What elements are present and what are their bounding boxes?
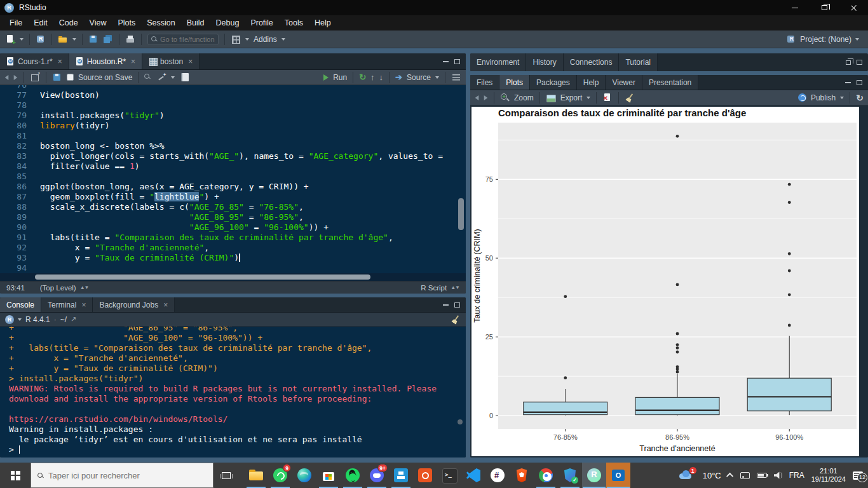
menu-code[interactable]: Code: [53, 15, 84, 30]
restore-pane-icon[interactable]: [846, 60, 851, 65]
menu-session[interactable]: Session: [141, 15, 180, 30]
maximize-pane-icon[interactable]: [857, 60, 862, 65]
weather-icon[interactable]: 1: [678, 467, 696, 484]
notification-center-icon[interactable]: 12: [853, 471, 863, 480]
tab-background-jobs[interactable]: Background Jobs×: [93, 297, 175, 312]
menu-debug[interactable]: Debug: [210, 15, 245, 30]
taskbar-vscode[interactable]: [461, 463, 485, 488]
taskbar-rstudio[interactable]: [582, 463, 606, 488]
run-previous-icon[interactable]: ↑: [370, 72, 375, 82]
taskbar-chrome[interactable]: [534, 463, 558, 488]
taskbar-spotify[interactable]: [341, 463, 365, 488]
taskbar-outlook[interactable]: [606, 463, 630, 488]
tab-cours-1-r[interactable]: Cours-1.r*×: [0, 53, 69, 69]
tab-console[interactable]: Console: [0, 297, 41, 312]
run-icon[interactable]: [323, 74, 329, 81]
taskbar-discord[interactable]: 9+: [365, 463, 389, 488]
document-outline-icon[interactable]: [451, 72, 461, 83]
compile-report-icon[interactable]: [179, 72, 189, 83]
run-next-icon[interactable]: ↓: [379, 72, 384, 82]
tab-presentation[interactable]: Presentation: [642, 75, 698, 90]
menu-edit[interactable]: Edit: [28, 15, 53, 30]
tab-files[interactable]: Files: [470, 75, 499, 90]
close-tab-icon[interactable]: ×: [81, 301, 86, 309]
tab-packages[interactable]: Packages: [530, 75, 577, 90]
task-view-button[interactable]: [214, 463, 239, 488]
source-on-save-checkbox[interactable]: [67, 74, 74, 81]
editor-save-icon[interactable]: [52, 72, 62, 83]
battery-icon[interactable]: [757, 473, 767, 478]
forward-icon[interactable]: [14, 75, 18, 80]
taskbar-microsoft-store[interactable]: [316, 463, 341, 488]
tab-tutorial[interactable]: Tutorial: [619, 53, 658, 71]
remove-plot-icon[interactable]: [602, 93, 613, 103]
menu-tools[interactable]: Tools: [279, 15, 309, 30]
open-new-window-icon[interactable]: [30, 72, 40, 83]
console-scrollbar-thumb[interactable]: [458, 419, 463, 424]
cast-display-icon[interactable]: [740, 472, 750, 479]
panes-dropdown-icon[interactable]: [245, 38, 249, 41]
maximize-pane-icon[interactable]: [454, 59, 460, 64]
taskbar-slack[interactable]: [485, 463, 510, 488]
workspace-panes-icon[interactable]: [231, 34, 241, 44]
tab-houston-r[interactable]: Houston.R*×: [69, 53, 142, 69]
export-button[interactable]: Export: [560, 93, 583, 102]
addins-button[interactable]: Addins: [254, 35, 277, 44]
goto-file-function-input[interactable]: [160, 36, 215, 43]
minimize-pane-icon[interactable]: [845, 82, 851, 83]
r-version-dropdown-icon[interactable]: [18, 318, 22, 321]
editor-horizontal-scrollbar[interactable]: [0, 273, 466, 281]
zoom-button[interactable]: Zoom: [514, 93, 534, 102]
clear-all-plots-icon[interactable]: [625, 93, 635, 103]
taskbar-search[interactable]: [31, 463, 214, 488]
tab-environment[interactable]: Environment: [470, 53, 526, 71]
code-editor[interactable]: 7677View(boston)7879install.packages("ti…: [0, 85, 466, 273]
new-project-icon[interactable]: [36, 34, 46, 44]
taskbar-ubuntu[interactable]: [413, 463, 437, 488]
taskbar-file-explorer[interactable]: [244, 463, 268, 488]
addins-dropdown-icon[interactable]: [281, 38, 285, 41]
zoom-plot-icon[interactable]: +: [500, 93, 510, 102]
run-button[interactable]: Run: [333, 73, 347, 82]
language-indicator[interactable]: FRA: [789, 471, 804, 480]
tab-help[interactable]: Help: [577, 75, 606, 90]
tab-terminal[interactable]: Terminal×: [41, 297, 93, 312]
tab-plots[interactable]: Plots: [499, 75, 530, 90]
find-replace-icon[interactable]: [144, 74, 152, 81]
clock[interactable]: 21:01 19/11/2024: [811, 467, 846, 484]
taskbar-edge[interactable]: [292, 463, 316, 488]
previous-plot-icon[interactable]: [475, 95, 479, 100]
editor-vertical-scrollbar[interactable]: [458, 198, 464, 230]
maximize-pane-icon[interactable]: [857, 80, 862, 85]
source-dropdown-icon[interactable]: [435, 76, 439, 79]
open-recent-dropdown-icon[interactable]: [72, 38, 76, 41]
editor-hscroll-thumb[interactable]: [35, 274, 370, 280]
project-selector[interactable]: Project: (None): [786, 34, 863, 44]
menu-plots[interactable]: Plots: [112, 15, 141, 30]
tray-expand-icon[interactable]: [726, 473, 733, 480]
new-file-icon[interactable]: [5, 34, 15, 44]
save-all-icon[interactable]: [103, 34, 113, 44]
maximize-pane-icon[interactable]: [454, 302, 460, 308]
menu-file[interactable]: File: [4, 15, 28, 30]
print-icon[interactable]: [125, 34, 135, 44]
next-plot-icon[interactable]: [484, 95, 488, 100]
code-tools-dropdown-icon[interactable]: [171, 76, 175, 79]
temperature-label[interactable]: 10°C: [703, 471, 721, 480]
taskbar-brave[interactable]: [510, 463, 534, 488]
close-window-button[interactable]: [839, 0, 868, 15]
tab-viewer[interactable]: Viewer: [606, 75, 642, 90]
close-tab-icon[interactable]: ×: [58, 57, 62, 66]
save-icon[interactable]: [88, 34, 98, 44]
taskbar-search-input[interactable]: [48, 471, 207, 480]
minimize-window-button[interactable]: [780, 0, 810, 15]
open-directory-icon[interactable]: ↗: [71, 315, 76, 323]
tab-connections[interactable]: Connections: [564, 53, 620, 71]
tab-history[interactable]: History: [526, 53, 563, 71]
publish-button[interactable]: Publish: [811, 93, 836, 102]
menu-profile[interactable]: Profile: [245, 15, 278, 30]
minimize-pane-icon[interactable]: [443, 61, 449, 62]
tab-boston[interactable]: boston×: [142, 53, 200, 69]
menu-build[interactable]: Build: [181, 15, 210, 30]
menu-view[interactable]: View: [84, 15, 112, 30]
